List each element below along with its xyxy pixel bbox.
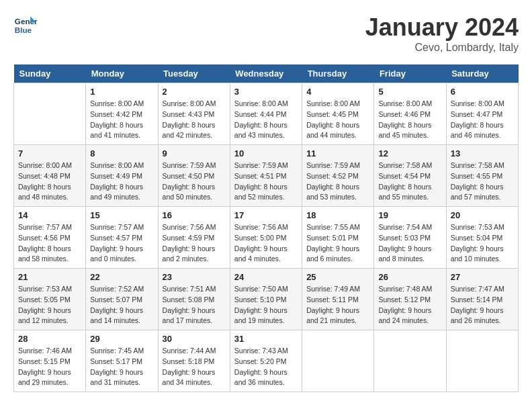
calendar-cell: 10Sunrise: 7:59 AM Sunset: 4:51 PM Dayli…: [230, 145, 302, 207]
title-area: January 2024 Cevo, Lombardy, Italy: [365, 13, 519, 54]
calendar-week-row: 7Sunrise: 8:00 AM Sunset: 4:48 PM Daylig…: [14, 145, 519, 207]
day-number: 29: [90, 334, 153, 344]
calendar-cell: 13Sunrise: 7:58 AM Sunset: 4:55 PM Dayli…: [446, 145, 518, 207]
calendar-table: SundayMondayTuesdayWednesdayThursdayFrid…: [13, 64, 519, 392]
page-header: General Blue January 2024 Cevo, Lombardy…: [13, 13, 519, 54]
day-number: 30: [163, 334, 226, 344]
calendar-cell: 19Sunrise: 7:54 AM Sunset: 5:03 PM Dayli…: [374, 207, 446, 269]
day-number: 7: [18, 148, 81, 158]
calendar-cell: 18Sunrise: 7:55 AM Sunset: 5:01 PM Dayli…: [302, 207, 374, 269]
day-number: 19: [378, 210, 441, 220]
calendar-cell: 24Sunrise: 7:50 AM Sunset: 5:10 PM Dayli…: [230, 269, 302, 330]
calendar-cell: 29Sunrise: 7:45 AM Sunset: 5:17 PM Dayli…: [86, 330, 158, 392]
weekday-header-wednesday: Wednesday: [230, 64, 302, 83]
day-number: 13: [451, 148, 514, 158]
calendar-cell: 6Sunrise: 8:00 AM Sunset: 4:47 PM Daylig…: [446, 83, 518, 145]
day-info: Sunrise: 7:59 AM Sunset: 4:50 PM Dayligh…: [163, 161, 226, 203]
day-info: Sunrise: 8:00 AM Sunset: 4:46 PM Dayligh…: [378, 99, 441, 141]
weekday-header-monday: Monday: [86, 64, 158, 83]
calendar-cell: 8Sunrise: 8:00 AM Sunset: 4:49 PM Daylig…: [86, 145, 158, 207]
day-info: Sunrise: 8:00 AM Sunset: 4:47 PM Dayligh…: [451, 99, 514, 141]
day-number: 11: [306, 148, 369, 158]
location: Cevo, Lombardy, Italy: [365, 42, 519, 54]
day-number: 5: [378, 87, 441, 97]
day-number: 27: [451, 272, 514, 282]
day-info: Sunrise: 7:56 AM Sunset: 4:59 PM Dayligh…: [163, 222, 226, 265]
day-info: Sunrise: 7:58 AM Sunset: 4:54 PM Dayligh…: [378, 161, 441, 203]
day-info: Sunrise: 7:59 AM Sunset: 4:51 PM Dayligh…: [234, 161, 298, 203]
calendar-cell: 27Sunrise: 7:47 AM Sunset: 5:14 PM Dayli…: [446, 269, 518, 330]
day-info: Sunrise: 7:51 AM Sunset: 5:08 PM Dayligh…: [163, 284, 226, 326]
calendar-cell: 20Sunrise: 7:53 AM Sunset: 5:04 PM Dayli…: [446, 207, 518, 269]
day-number: 16: [163, 210, 226, 220]
calendar-cell: 12Sunrise: 7:58 AM Sunset: 4:54 PM Dayli…: [374, 145, 446, 207]
day-info: Sunrise: 8:00 AM Sunset: 4:43 PM Dayligh…: [163, 99, 226, 141]
day-info: Sunrise: 7:59 AM Sunset: 4:52 PM Dayligh…: [306, 161, 369, 203]
day-info: Sunrise: 7:49 AM Sunset: 5:11 PM Dayligh…: [306, 284, 369, 326]
day-info: Sunrise: 7:47 AM Sunset: 5:14 PM Dayligh…: [451, 284, 514, 326]
calendar-cell: 14Sunrise: 7:57 AM Sunset: 4:56 PM Dayli…: [14, 207, 86, 269]
calendar-cell: 31Sunrise: 7:43 AM Sunset: 5:20 PM Dayli…: [230, 330, 302, 392]
calendar-cell: 1Sunrise: 8:00 AM Sunset: 4:42 PM Daylig…: [86, 83, 158, 145]
day-number: 21: [18, 272, 81, 282]
day-number: 3: [234, 87, 298, 97]
day-number: 24: [234, 272, 298, 282]
weekday-header-row: SundayMondayTuesdayWednesdayThursdayFrid…: [14, 64, 519, 83]
calendar-cell: 17Sunrise: 7:56 AM Sunset: 5:00 PM Dayli…: [230, 207, 302, 269]
day-info: Sunrise: 7:54 AM Sunset: 5:03 PM Dayligh…: [378, 222, 441, 265]
day-info: Sunrise: 7:48 AM Sunset: 5:12 PM Dayligh…: [378, 284, 441, 326]
day-number: 10: [234, 148, 298, 158]
day-info: Sunrise: 7:57 AM Sunset: 4:56 PM Dayligh…: [18, 222, 81, 265]
weekday-header-sunday: Sunday: [14, 64, 86, 83]
calendar-cell: 26Sunrise: 7:48 AM Sunset: 5:12 PM Dayli…: [374, 269, 446, 330]
day-number: 28: [18, 334, 81, 344]
calendar-cell: 4Sunrise: 8:00 AM Sunset: 4:45 PM Daylig…: [302, 83, 374, 145]
calendar-cell: [446, 330, 518, 392]
calendar-cell: [374, 330, 446, 392]
day-info: Sunrise: 7:52 AM Sunset: 5:07 PM Dayligh…: [90, 284, 153, 326]
day-info: Sunrise: 8:00 AM Sunset: 4:48 PM Dayligh…: [18, 161, 81, 203]
calendar-cell: 16Sunrise: 7:56 AM Sunset: 4:59 PM Dayli…: [158, 207, 230, 269]
calendar-cell: [14, 83, 86, 145]
day-info: Sunrise: 7:43 AM Sunset: 5:20 PM Dayligh…: [234, 346, 298, 388]
day-number: 26: [378, 272, 441, 282]
day-info: Sunrise: 7:44 AM Sunset: 5:18 PM Dayligh…: [163, 346, 226, 388]
day-info: Sunrise: 7:45 AM Sunset: 5:17 PM Dayligh…: [90, 346, 153, 388]
calendar-cell: 2Sunrise: 8:00 AM Sunset: 4:43 PM Daylig…: [158, 83, 230, 145]
calendar-cell: 9Sunrise: 7:59 AM Sunset: 4:50 PM Daylig…: [158, 145, 230, 207]
day-info: Sunrise: 8:00 AM Sunset: 4:45 PM Dayligh…: [306, 99, 369, 141]
logo-icon: General Blue: [13, 13, 38, 38]
calendar-cell: 15Sunrise: 7:57 AM Sunset: 4:57 PM Dayli…: [86, 207, 158, 269]
day-info: Sunrise: 7:46 AM Sunset: 5:15 PM Dayligh…: [18, 346, 81, 388]
day-info: Sunrise: 8:00 AM Sunset: 4:44 PM Dayligh…: [234, 99, 298, 141]
month-title: January 2024: [365, 13, 519, 42]
day-info: Sunrise: 7:50 AM Sunset: 5:10 PM Dayligh…: [234, 284, 298, 326]
day-number: 12: [378, 148, 441, 158]
day-number: 17: [234, 210, 298, 220]
day-number: 14: [18, 210, 81, 220]
calendar-cell: 28Sunrise: 7:46 AM Sunset: 5:15 PM Dayli…: [14, 330, 86, 392]
calendar-cell: 3Sunrise: 8:00 AM Sunset: 4:44 PM Daylig…: [230, 83, 302, 145]
day-info: Sunrise: 7:55 AM Sunset: 5:01 PM Dayligh…: [306, 222, 369, 265]
day-info: Sunrise: 7:53 AM Sunset: 5:05 PM Dayligh…: [18, 284, 81, 326]
calendar-week-row: 28Sunrise: 7:46 AM Sunset: 5:15 PM Dayli…: [14, 330, 519, 392]
calendar-cell: 7Sunrise: 8:00 AM Sunset: 4:48 PM Daylig…: [14, 145, 86, 207]
day-number: 6: [451, 87, 514, 97]
calendar-cell: 30Sunrise: 7:44 AM Sunset: 5:18 PM Dayli…: [158, 330, 230, 392]
day-number: 2: [163, 87, 226, 97]
day-number: 4: [306, 87, 369, 97]
day-info: Sunrise: 8:00 AM Sunset: 4:49 PM Dayligh…: [90, 161, 153, 203]
calendar-cell: 21Sunrise: 7:53 AM Sunset: 5:05 PM Dayli…: [14, 269, 86, 330]
calendar-cell: [302, 330, 374, 392]
day-info: Sunrise: 8:00 AM Sunset: 4:42 PM Dayligh…: [90, 99, 153, 141]
calendar-cell: 23Sunrise: 7:51 AM Sunset: 5:08 PM Dayli…: [158, 269, 230, 330]
day-number: 25: [306, 272, 369, 282]
calendar-cell: 11Sunrise: 7:59 AM Sunset: 4:52 PM Dayli…: [302, 145, 374, 207]
calendar-cell: 22Sunrise: 7:52 AM Sunset: 5:07 PM Dayli…: [86, 269, 158, 330]
weekday-header-saturday: Saturday: [446, 64, 518, 83]
day-number: 22: [90, 272, 153, 282]
calendar-cell: 5Sunrise: 8:00 AM Sunset: 4:46 PM Daylig…: [374, 83, 446, 145]
calendar-week-row: 1Sunrise: 8:00 AM Sunset: 4:42 PM Daylig…: [14, 83, 519, 145]
day-number: 18: [306, 210, 369, 220]
svg-text:Blue: Blue: [15, 26, 32, 34]
